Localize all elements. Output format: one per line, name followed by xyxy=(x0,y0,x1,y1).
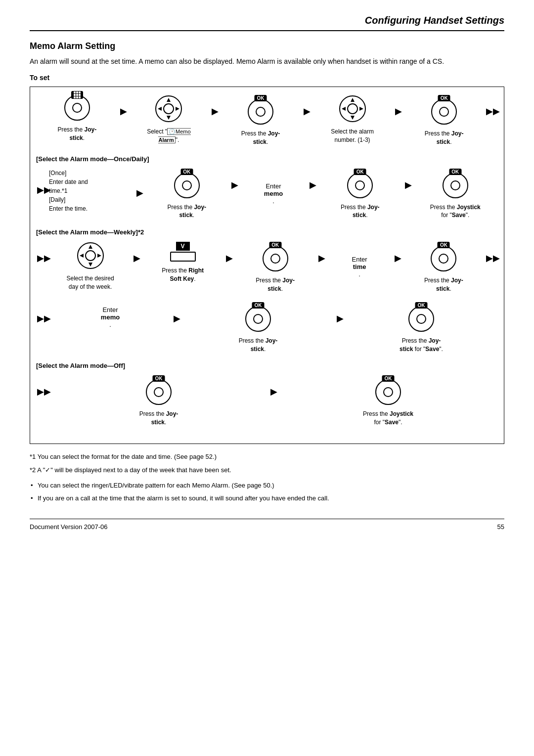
step-label-15: Press the Joy-stick for "Save". xyxy=(400,337,443,354)
arrow-13: ▶ xyxy=(172,313,181,324)
subsection-1-header: [Select the Alarm mode—Once/Daily] xyxy=(36,155,498,163)
svg-point-11 xyxy=(348,104,357,114)
joystick-ok-icon-10: OK xyxy=(146,379,172,405)
double-arrow-4: ▶▶ xyxy=(485,253,498,264)
arrow-4: ▶ xyxy=(393,106,403,117)
arrow-12: ▶ xyxy=(393,253,402,264)
joystick-ok-icon-3: OK xyxy=(174,173,200,198)
bullet-2: If you are on a call at the time that th… xyxy=(30,493,504,504)
double-arrow-1: ▶▶ xyxy=(485,106,498,117)
arrow-11: ▶ xyxy=(316,253,326,264)
double-arrow-5: ▶▶ xyxy=(36,313,49,324)
joystick-nav-icon-2 xyxy=(339,95,366,123)
joystick-ok-icon-2: OK xyxy=(431,99,457,125)
arrow-5: ▶ xyxy=(134,179,144,198)
step-cell-11: V Press the RightSoft Key. xyxy=(141,242,224,283)
joystick-ok-icon-1: OK xyxy=(248,99,273,125)
arrow-2: ▶ xyxy=(210,106,220,117)
footnotes: *1 You can select the format for the dat… xyxy=(30,452,504,504)
step-label-3: Press the Joy-stick. xyxy=(241,130,280,146)
footer-left: Document Version 2007-06 xyxy=(30,523,108,531)
step-cell-7: OK Press the Joy-stick. xyxy=(144,169,230,220)
arrow-1: ▶ xyxy=(118,106,128,117)
arrow-10: ▶ xyxy=(224,253,234,264)
enter-memo-cell-2: Enter memo. xyxy=(49,302,172,328)
footnote-id-2: *2 xyxy=(30,466,37,474)
joystick-ok-icon-5: OK xyxy=(443,173,468,198)
svg-point-17 xyxy=(86,251,95,261)
step-label-4: Select the alarmnumber. (1-3) xyxy=(331,128,374,144)
step-label-9: Press the Joystickfor "Save". xyxy=(430,203,481,220)
step-cell-9: OK Press the Joystickfor "Save". xyxy=(413,169,498,220)
footnote-text-1: You can select the format for the date a… xyxy=(38,453,217,460)
step-cell-12: OK Press the Joy-stick. xyxy=(234,242,316,293)
step-cell-17: OK Press the Joystickfor "Save". xyxy=(278,375,498,427)
arrow-9: ▶ xyxy=(132,253,141,264)
arrow-8: ▶ xyxy=(403,179,413,190)
text-multi-1: [Once]Enter date andtime.*1[Daily]Enter … xyxy=(49,169,88,213)
step-cell-1: Press the Joy-stick. xyxy=(36,95,118,142)
step-cell-8: OK Press the Joy-stick. xyxy=(317,169,403,220)
double-arrow-6: ▶▶ xyxy=(36,386,49,397)
joystick-nav-icon-1 xyxy=(155,95,182,123)
bullet-1: You can select the ringer/LED/vibrate pa… xyxy=(30,481,504,491)
step-label-14: Press the Joy-stick. xyxy=(239,337,278,354)
step-row-1: Press the Joy-stick. ▶ Select "� xyxy=(36,95,498,146)
step-cell-14: OK Press the Joy-stick. xyxy=(181,302,335,354)
step-label-5: Press the Joy-stick. xyxy=(425,130,464,146)
joystick-nav-icon-3 xyxy=(77,242,104,269)
step-cell-5: OK Press the Joy-stick. xyxy=(403,95,485,146)
step-label-11: Press the RightSoft Key. xyxy=(162,267,204,283)
enter-time-cell-1: Enter time. xyxy=(326,242,393,278)
arrow-15: ▶ xyxy=(268,386,278,397)
step-row-5: ▶▶ OK Press the Joy-stick. ▶ OK xyxy=(36,375,498,427)
step-label-10: Select the desiredday of the week. xyxy=(67,274,114,291)
step-label-17: Press the Joystickfor "Save". xyxy=(363,410,413,427)
double-arrow-2: ▶▶ xyxy=(36,179,49,195)
step-cell-16: OK Press the Joy-stick. xyxy=(49,375,268,427)
joystick-ok-icon-7: OK xyxy=(431,246,456,271)
step-row-4: ▶▶ Enter memo. ▶ OK Press the Joy-stick.… xyxy=(36,302,498,354)
step-label-8: Press the Joy-stick. xyxy=(341,203,380,220)
soft-key-icon: V xyxy=(170,242,196,262)
footnote-1: *1 You can select the format for the dat… xyxy=(30,452,504,462)
step-label-16: Press the Joy-stick. xyxy=(139,410,178,427)
page: Configuring Handset Settings Memo Alarm … xyxy=(0,0,534,756)
step-cell-13: OK Press the Joy-stick. xyxy=(402,242,485,293)
header-title: Configuring Handset Settings xyxy=(30,15,504,31)
footnote-id-1: *1 xyxy=(30,453,38,460)
arrow-14: ▶ xyxy=(335,313,345,324)
step-label-13: Press the Joy-stick. xyxy=(424,276,463,293)
arrow-6: ▶ xyxy=(229,179,239,190)
diagram-box: Press the Joy-stick. ▶ Select "� xyxy=(30,87,504,444)
joystick-ok-icon-6: OK xyxy=(263,246,288,271)
joystick-icon-1 xyxy=(64,95,90,121)
footer-right: 55 xyxy=(497,523,504,531)
footer: Document Version 2007-06 55 xyxy=(30,519,504,531)
double-arrow-3: ▶▶ xyxy=(36,253,49,264)
footnote-text-2: A "✓" will be displayed next to a day of… xyxy=(37,466,231,474)
step-label-7: Press the Joy-stick. xyxy=(167,203,206,220)
joystick-ok-icon-4: OK xyxy=(347,173,373,198)
step-label-2: Select "🕑MemoAlarm". xyxy=(147,128,191,144)
step-cell-15: OK Press the Joy-stick for "Save". xyxy=(345,302,498,354)
footnote-2: *2 A "✓" will be displayed next to a day… xyxy=(30,465,504,476)
to-set-label: To set xyxy=(30,74,504,82)
step-cell-4: Select the alarmnumber. (1-3) xyxy=(312,95,394,144)
step-cell-2: Select "🕑MemoAlarm". xyxy=(128,95,210,144)
joystick-ok-icon-8: OK xyxy=(245,306,271,332)
step-label-1: Press the Joy-stick. xyxy=(57,126,96,142)
step-cell-3: OK Press the Joy-stick. xyxy=(220,95,302,146)
subsection-2-header: [Select the Alarm mode—Weekly]*2 xyxy=(36,228,498,236)
joystick-ok-icon-9: OK xyxy=(408,306,434,332)
svg-point-5 xyxy=(164,104,174,114)
section-title: Memo Alarm Setting xyxy=(30,41,504,51)
joystick-ok-icon-11: OK xyxy=(375,379,401,405)
step-cell-6: [Once]Enter date andtime.*1[Daily]Enter … xyxy=(49,169,134,213)
step-label-12: Press the Joy-stick. xyxy=(256,276,295,293)
enter-memo-cell-1: Enter memo. xyxy=(239,169,308,205)
step-cell-10: Select the desiredday of the week. xyxy=(49,242,132,291)
step-row-2: ▶▶ [Once]Enter date andtime.*1[Daily]Ent… xyxy=(36,169,498,220)
arrow-3: ▶ xyxy=(302,106,312,117)
intro-text: An alarm will sound at the set time. A m… xyxy=(30,56,504,67)
